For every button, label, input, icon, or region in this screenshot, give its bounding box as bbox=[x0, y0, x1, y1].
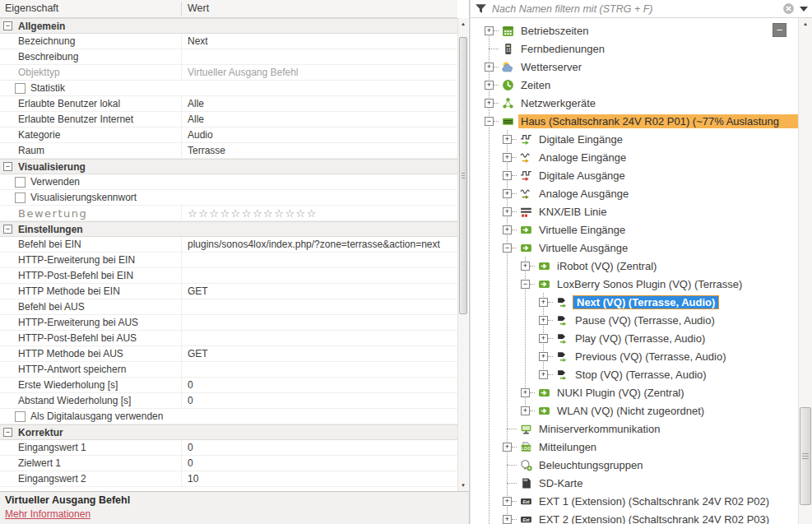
expand-icon[interactable]: + bbox=[503, 171, 512, 180]
expand-icon[interactable]: + bbox=[539, 352, 548, 361]
tree-item-virtuelle-ausgänge[interactable]: −Virtuelle Ausgänge bbox=[471, 239, 798, 257]
filter-dropdown-icon[interactable] bbox=[800, 7, 808, 12]
expand-icon[interactable]: + bbox=[539, 316, 548, 325]
tree-item-mitteilungen[interactable]: +LOGMitteilungen bbox=[471, 438, 798, 456]
tree-item-label[interactable]: Stop (VQ) (Terrasse, Audio) bbox=[573, 368, 709, 382]
tree-item-label[interactable]: EXT 2 (Extension) (Schaltschrank 24V R02… bbox=[536, 512, 772, 524]
tree-item-fernbedienungen[interactable]: Fernbedienungen bbox=[471, 39, 798, 58]
scroll-up-icon[interactable]: ▲ bbox=[458, 18, 468, 30]
property-value[interactable]: Next bbox=[181, 34, 457, 49]
tree-item-irobot-vq-zentral[interactable]: +iRobot (VQ) (Zentral) bbox=[471, 257, 798, 275]
expand-icon[interactable]: + bbox=[539, 334, 548, 343]
tree-item-miniserverkommunikation[interactable]: Miniserverkommunikation bbox=[471, 420, 798, 438]
property-value[interactable]: 0 bbox=[181, 456, 457, 471]
expand-icon[interactable]: + bbox=[503, 207, 512, 216]
property-row[interactable]: Zielwert 10 bbox=[0, 456, 457, 471]
tree-item-play-vq-terrasse-audio[interactable]: +Play (VQ) (Terrasse, Audio) bbox=[471, 329, 798, 347]
expand-icon[interactable]: + bbox=[503, 443, 512, 452]
tree-item-previous-vq-terrasse-audio[interactable]: +Previous (VQ) (Terrasse, Audio) bbox=[471, 347, 798, 365]
property-value[interactable] bbox=[181, 299, 457, 314]
property-value[interactable] bbox=[181, 268, 457, 283]
tree-item-label[interactable]: Haus (Schaltschrank 24V R02 P01) (~77% A… bbox=[518, 114, 798, 128]
property-value[interactable] bbox=[181, 315, 457, 330]
property-row[interactable]: Beschreibung bbox=[0, 49, 457, 65]
tree-item-label[interactable]: EXT 1 (Extension) (Schaltschrank 24V R02… bbox=[536, 494, 772, 508]
property-row[interactable]: HTTP-Post-Befehl bei EIN bbox=[0, 268, 457, 284]
property-row[interactable]: Bewertung☆☆☆☆☆☆☆☆☆☆☆☆ bbox=[0, 206, 457, 221]
collapse-icon[interactable]: − bbox=[503, 243, 512, 253]
property-value[interactable]: 0 bbox=[181, 393, 457, 408]
property-row[interactable]: KategorieAudio bbox=[0, 128, 457, 143]
tree-item-label[interactable]: Betriebszeiten bbox=[518, 24, 591, 38]
tree-item-wetterserver[interactable]: +Wetterserver bbox=[471, 58, 798, 76]
properties-scrollbar[interactable]: ▲ ▼ bbox=[457, 18, 468, 491]
tree-item-nuki-plugin-vq-zentral[interactable]: +NUKI Plugin (VQ) (Zentral) bbox=[471, 383, 798, 401]
tree-item-label[interactable]: NUKI Plugin (VQ) (Zentral) bbox=[554, 386, 687, 400]
tree-item-label[interactable]: Virtuelle Eingänge bbox=[536, 223, 628, 237]
expand-icon[interactable]: + bbox=[485, 63, 494, 72]
tree-item-label[interactable]: Next (VQ) (Terrasse, Audio) bbox=[573, 295, 719, 309]
expand-icon[interactable]: + bbox=[503, 515, 512, 524]
column-divider[interactable] bbox=[181, 2, 182, 16]
expand-icon[interactable]: + bbox=[485, 99, 494, 108]
property-row[interactable]: Eingangswert 10 bbox=[0, 440, 457, 456]
property-row[interactable]: HTTP Methode bei AUSGET bbox=[0, 346, 457, 362]
tree-item-label[interactable]: iRobot (VQ) (Zentral) bbox=[554, 259, 659, 273]
property-value[interactable]: GET bbox=[181, 284, 457, 299]
expand-icon[interactable]: + bbox=[503, 153, 512, 162]
tree-item-ext-1-extension-schaltschrank-24v-r02-p0[interactable]: +ExtEXT 1 (Extension) (Schaltschrank 24V… bbox=[471, 492, 798, 510]
expand-icon[interactable]: + bbox=[503, 225, 512, 234]
tree-item-loxberry-sonos-plugin-vq-terrasse[interactable]: −LoxBerry Sonos Plugin (VQ) (Terrasse) bbox=[471, 275, 798, 293]
tree-scrollbar[interactable]: ▲ bbox=[798, 18, 812, 524]
expand-icon[interactable]: + bbox=[485, 81, 494, 90]
property-row[interactable]: HTTP-Post-Befehl bei AUS bbox=[0, 331, 457, 346]
property-group-row[interactable]: −Einstellungen bbox=[0, 221, 457, 237]
tree-item-digitale-ausgänge[interactable]: +Digitale Ausgänge bbox=[471, 166, 798, 184]
tree-item-label[interactable]: SD-Karte bbox=[536, 476, 585, 490]
tree-item-label[interactable]: Fernbedienungen bbox=[518, 42, 607, 56]
property-value[interactable] bbox=[181, 49, 457, 64]
tree-item-label[interactable]: Zeiten bbox=[518, 78, 553, 92]
tree-item-knx-eib-linie[interactable]: +KNX/EIB Linie bbox=[471, 202, 798, 220]
property-group-row[interactable]: −Visualisierung bbox=[0, 159, 457, 174]
property-row[interactable]: Verwenden bbox=[0, 174, 457, 190]
tree-item-label[interactable]: Netzwerkgeräte bbox=[518, 96, 598, 110]
tree-item-haus-schaltschrank-24v-r02-p01-77-auslas[interactable]: −Haus (Schaltschrank 24V R02 P01) (~77% … bbox=[471, 112, 798, 130]
property-value[interactable]: Virtueller Ausgang Befehl bbox=[181, 65, 457, 80]
tree-item-wlan-vq-nicht-zugeordnet[interactable]: +WLAN (VQ) (Nicht zugeordnet) bbox=[471, 401, 798, 420]
property-row[interactable]: ObjekttypVirtueller Ausgang Befehl bbox=[0, 65, 457, 81]
expand-icon[interactable]: + bbox=[503, 497, 512, 506]
tree-item-label[interactable]: Miniserverkommunikation bbox=[536, 422, 662, 436]
property-row[interactable]: Als Digitalausgang verwenden bbox=[0, 409, 457, 424]
checkbox[interactable] bbox=[15, 192, 26, 203]
scrollbar-thumb[interactable] bbox=[459, 37, 467, 314]
property-value[interactable]: 10 bbox=[181, 471, 457, 486]
expand-icon[interactable]: + bbox=[539, 370, 548, 379]
property-value[interactable] bbox=[181, 331, 457, 345]
tree-item-betriebszeiten[interactable]: +Betriebszeiten bbox=[471, 21, 798, 39]
tree-item-analoge-ausgänge[interactable]: +Analoge Ausgänge bbox=[471, 184, 798, 202]
expand-icon[interactable]: + bbox=[503, 135, 512, 144]
collapse-group-icon[interactable]: − bbox=[3, 428, 12, 437]
collapse-icon[interactable]: − bbox=[521, 280, 530, 289]
property-row[interactable]: Erste Wiederholung [s]0 bbox=[0, 378, 457, 393]
tree-item-netzwerkgeräte[interactable]: +Netzwerkgeräte bbox=[471, 94, 798, 112]
expand-icon[interactable]: + bbox=[539, 298, 548, 307]
tree-item-label[interactable]: Wetterserver bbox=[518, 60, 584, 74]
tree-item-label[interactable]: Play (VQ) (Terrasse, Audio) bbox=[573, 332, 708, 345]
property-row[interactable]: Abstand Wiederholung [s]0 bbox=[0, 393, 457, 409]
checkbox[interactable] bbox=[15, 83, 26, 94]
checkbox[interactable] bbox=[15, 177, 26, 188]
expand-icon[interactable]: + bbox=[485, 26, 494, 35]
tree-item-virtuelle-eingänge[interactable]: +Virtuelle Eingänge bbox=[471, 220, 798, 239]
property-value[interactable] bbox=[181, 253, 457, 267]
tree-item-ext-2-extension-schaltschrank-24v-r02-p0[interactable]: +ExtEXT 2 (Extension) (Schaltschrank 24V… bbox=[471, 510, 798, 524]
tree-item-label[interactable]: Mitteilungen bbox=[536, 440, 599, 454]
tree-item-next-vq-terrasse-audio[interactable]: +Next (VQ) (Terrasse, Audio) bbox=[471, 293, 798, 311]
scroll-up-icon[interactable]: ▲ bbox=[799, 18, 812, 30]
tree-item-label[interactable]: Digitale Ausgänge bbox=[536, 169, 628, 183]
property-value[interactable]: 0 bbox=[181, 378, 457, 392]
tree-item-beleuchtungsgruppen[interactable]: Beleuchtungsgruppen bbox=[471, 456, 798, 474]
property-row[interactable]: HTTP-Antwort speichern bbox=[0, 362, 457, 378]
tree-item-sd-karte[interactable]: SD-Karte bbox=[471, 474, 798, 492]
